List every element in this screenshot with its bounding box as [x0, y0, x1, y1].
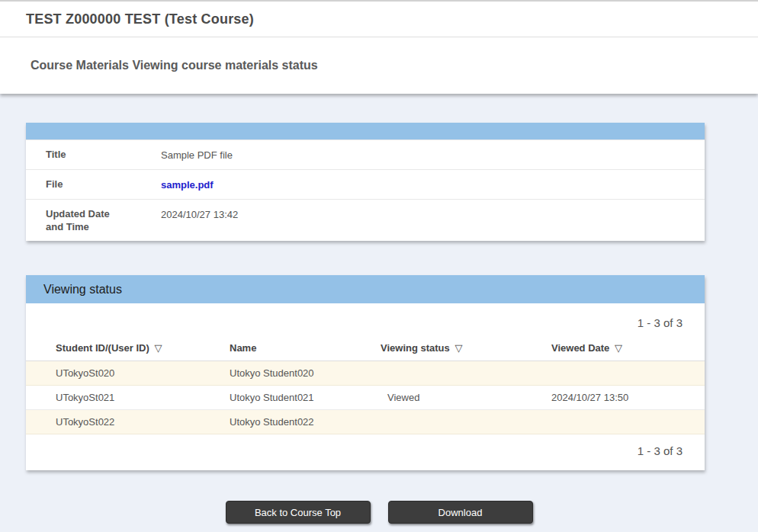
- column-header-viewing-status[interactable]: Viewing status ▽: [381, 338, 551, 361]
- material-info-card: Title Sample PDF file File sample.pdf Up…: [26, 123, 705, 241]
- cell-viewing-status: Viewed: [381, 386, 551, 410]
- column-header-viewed-date[interactable]: Viewed Date ▽: [551, 338, 705, 361]
- cell-viewed-date: [551, 410, 705, 434]
- material-row-label: Updated Date and Time: [26, 207, 161, 233]
- cell-viewed-date: 2024/10/27 13:50: [551, 386, 705, 410]
- material-row-label: Title: [26, 148, 161, 162]
- table-header-row: Student ID/(User ID) ▽ Name Viewing stat…: [26, 338, 705, 361]
- sort-icon[interactable]: ▽: [154, 342, 162, 354]
- viewing-status-card: Viewing status 1 - 3 of 3 Student ID/(Us…: [26, 275, 705, 470]
- cell-name: Utokyo Student020: [230, 361, 381, 386]
- viewing-status-header-bar: Viewing status: [26, 275, 705, 303]
- table-row: UTokyoSt022 Utokyo Student022: [26, 410, 705, 434]
- cell-student-id: UTokyoSt021: [26, 386, 230, 410]
- cell-viewing-status: [381, 410, 551, 434]
- material-card-header-bar: [26, 123, 705, 139]
- column-header-student-id[interactable]: Student ID/(User ID) ▽: [26, 338, 230, 361]
- table-row: UTokyoSt020 Utokyo Student020: [26, 361, 705, 386]
- title-bar: TEST Z000000 TEST (Test Course): [0, 2, 758, 37]
- cell-viewed-date: [551, 361, 705, 386]
- cell-viewing-status: [381, 361, 551, 386]
- material-updated-value: 2024/10/27 13:42: [161, 207, 238, 233]
- material-row-file: File sample.pdf: [26, 169, 705, 199]
- back-to-course-top-button[interactable]: Back to Course Top: [226, 501, 371, 524]
- page-subtitle: Course Materials Viewing course material…: [31, 59, 318, 72]
- subtitle-bar: Course Materials Viewing course material…: [0, 37, 758, 94]
- material-row-label: File: [26, 178, 161, 191]
- sort-icon[interactable]: ▽: [615, 342, 622, 354]
- result-count-bottom: 1 - 3 of 3: [26, 434, 705, 470]
- download-button[interactable]: Download: [388, 501, 533, 524]
- material-title-value: Sample PDF file: [161, 148, 233, 162]
- cell-name: Utokyo Student021: [230, 386, 381, 410]
- file-download-link[interactable]: sample.pdf: [161, 179, 214, 191]
- viewing-status-heading: Viewing status: [43, 283, 122, 296]
- material-row-updated: Updated Date and Time 2024/10/27 13:42: [26, 199, 705, 241]
- page-title: TEST Z000000 TEST (Test Course): [26, 11, 254, 27]
- table-row: UTokyoSt021 Utokyo Student021 Viewed 202…: [26, 386, 705, 410]
- viewing-status-table: Student ID/(User ID) ▽ Name Viewing stat…: [26, 338, 705, 434]
- cell-student-id: UTokyoSt020: [26, 361, 230, 386]
- cell-student-id: UTokyoSt022: [26, 410, 230, 434]
- column-header-name: Name: [230, 338, 381, 361]
- sort-icon[interactable]: ▽: [454, 342, 462, 354]
- material-row-title: Title Sample PDF file: [26, 139, 705, 169]
- cell-name: Utokyo Student022: [230, 410, 381, 434]
- app-header: TEST Z000000 TEST (Test Course) Course M…: [0, 0, 758, 94]
- result-count-top: 1 - 3 of 3: [26, 303, 705, 338]
- page-body: Title Sample PDF file File sample.pdf Up…: [0, 123, 758, 532]
- action-button-row: Back to Course Top Download: [0, 501, 758, 524]
